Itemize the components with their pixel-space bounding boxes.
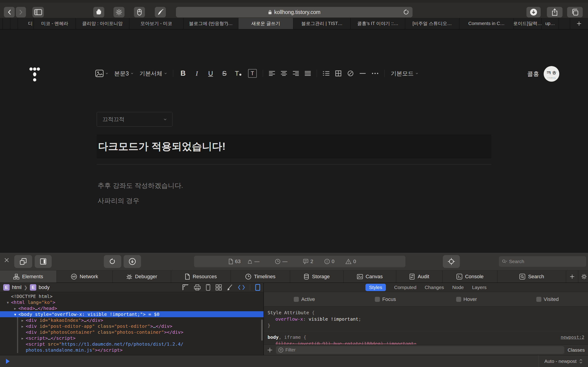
print-styles-button[interactable] [194, 284, 201, 291]
search-input[interactable] [509, 259, 583, 264]
text-color-button[interactable]: T [234, 70, 242, 77]
device-frame-button[interactable] [255, 284, 260, 291]
address-bar[interactable]: kollhong.tistory.com [176, 7, 413, 17]
dom-tree-row[interactable]: ▶<div id="kakaoIndex">…</div> [0, 317, 263, 323]
tab-overview-button[interactable] [567, 7, 583, 17]
browser-tab[interactable]: 콜홍's IT 이야기 ::… [351, 18, 405, 29]
browser-tab-sliver[interactable] [3, 18, 10, 29]
extension-mouse-button[interactable] [134, 7, 145, 17]
bold-button[interactable]: B [179, 69, 187, 77]
font-select[interactable]: 기본서체 [139, 70, 167, 77]
checkbox[interactable] [536, 297, 541, 302]
post-body-editor[interactable]: 추후 강좌도 작성하겠습니다. 사파리의 경우 [98, 178, 183, 208]
disclosure-triangle-icon[interactable]: ▶ [19, 323, 26, 329]
dom-tree-row[interactable]: <script src="https://t1.daumcdn.net/fp/p… [0, 341, 263, 347]
console-prompt-arrow[interactable] [6, 359, 10, 364]
align-left-button[interactable] [269, 71, 275, 76]
resource-status-bar[interactable]: 63 — — 2 0 [194, 256, 405, 267]
checkbox[interactable] [456, 297, 461, 302]
inspector-reload-button[interactable] [104, 255, 121, 268]
inspector-search-field[interactable] [499, 256, 586, 267]
paint-flashing-button[interactable] [227, 284, 233, 291]
list-button[interactable] [323, 71, 329, 76]
browser-tab[interactable]: 클리앙 : 아이포니앙 [76, 18, 129, 29]
close-inspector-button[interactable] [4, 258, 9, 263]
tab-styles[interactable]: Styles [365, 284, 386, 291]
browser-tab[interactable]: 미코 - 멘헤라 [34, 18, 76, 29]
browser-tab[interactable]: 블로그관리 | TIST… [293, 18, 351, 29]
disclosure-triangle-icon[interactable]: ▼ [12, 311, 18, 317]
tab-resources[interactable]: Resources [171, 270, 231, 283]
underline-button[interactable]: U [207, 70, 215, 77]
extension-unicorn-button[interactable] [155, 7, 166, 17]
compositing-borders-button[interactable] [216, 284, 222, 291]
dom-tree-row[interactable]: ▶<script>…</script> [0, 335, 263, 341]
sidebar-toggle-button[interactable] [32, 7, 44, 17]
tab-layers[interactable]: Layers [472, 285, 486, 290]
align-right-button[interactable] [293, 71, 299, 76]
filter-input[interactable] [285, 347, 562, 352]
inspector-settings-button[interactable] [578, 270, 588, 283]
extension-darkmode-button[interactable] [113, 7, 124, 17]
tab-network[interactable]: Network [57, 270, 112, 283]
dom-tree-row[interactable]: ▼<html lang="ko"> [0, 299, 263, 305]
browser-tab[interactable]: up… [542, 18, 559, 29]
tab-timelines[interactable]: Timelines [231, 270, 290, 283]
more-button[interactable] [372, 73, 379, 74]
browser-tab[interactable]: 블로그에 (반응형?)… [183, 18, 238, 29]
dom-tree-row[interactable]: ▶<div id="post-editor-app" class="post-e… [0, 323, 263, 329]
dom-tree-row[interactable]: ▶<head>…</head> [0, 305, 263, 311]
browser-tab-sliver[interactable] [0, 18, 3, 29]
checkbox[interactable] [375, 297, 380, 302]
align-justify-button[interactable] [305, 71, 311, 76]
category-select[interactable]: 끄적끄적 [97, 112, 173, 127]
tab-search[interactable]: Search [498, 270, 566, 283]
horizontal-rule-button[interactable] [360, 73, 366, 74]
forward-button[interactable] [16, 7, 26, 17]
element-picker-button[interactable] [443, 255, 460, 268]
highlight-button[interactable]: T [248, 69, 257, 78]
disclosure-triangle-icon[interactable]: ▼ [5, 300, 11, 306]
avatar[interactable]: ㅋㅎ © KollHong [544, 66, 559, 82]
table-button[interactable] [335, 70, 341, 76]
execution-context-select[interactable]: Auto - newpost [538, 355, 588, 367]
breadcrumb-body[interactable]: body [39, 284, 50, 290]
pseudo-hover-checkbox[interactable]: Hover [426, 296, 507, 302]
browser-tab[interactable]: Comments in C… [459, 18, 514, 29]
checkbox[interactable] [294, 297, 299, 302]
tab-canvas[interactable]: Canvas [344, 270, 396, 283]
insert-image-button[interactable] [95, 70, 108, 77]
browser-tab[interactable]: 모아보기 - 미코 [129, 18, 183, 29]
inspector-download-button[interactable] [124, 255, 141, 268]
pseudo-focus-checkbox[interactable]: Focus [345, 296, 426, 302]
pseudo-visited-checkbox[interactable]: Visited [507, 296, 588, 302]
css-rule-style-attribute[interactable]: Style Attribute { overflow-x: visible !i… [264, 307, 588, 331]
link-button[interactable] [347, 70, 354, 77]
new-tab-button[interactable] [570, 18, 588, 29]
device-settings-button[interactable] [206, 284, 210, 291]
rule-source-link[interactable]: newpost:2 [561, 334, 584, 340]
dom-tree-row[interactable]: <div id="photosContainer" class="photos-… [0, 329, 263, 335]
pseudo-active-checkbox[interactable]: Active [264, 296, 345, 302]
disclosure-triangle-icon[interactable]: ▶ [19, 335, 26, 341]
tab-computed[interactable]: Computed [394, 285, 416, 290]
downloads-button[interactable] [527, 7, 541, 17]
dom-tree-row[interactable]: <!DOCTYPE html> [0, 293, 263, 299]
show-source-button[interactable] [238, 285, 245, 290]
disclosure-triangle-icon[interactable]: ▶ [19, 317, 26, 323]
align-center-button[interactable] [281, 71, 287, 76]
dom-tree-row-selected[interactable]: ▼<body style="overflow-x: visible !impor… [0, 311, 263, 317]
filter-field[interactable] [276, 346, 564, 354]
tab-elements[interactable]: Elements [0, 270, 57, 283]
tab-node[interactable]: Node [452, 285, 464, 290]
browser-tab[interactable]: [비주얼 스튜디오… [405, 18, 459, 29]
browser-tab[interactable]: 디 [18, 18, 34, 29]
add-rule-button[interactable] [267, 347, 273, 353]
detach-inspector-button[interactable] [14, 255, 32, 268]
add-tab-button[interactable] [566, 270, 578, 283]
tab-debugger[interactable]: Debugger [112, 270, 171, 283]
browser-tab-active[interactable]: 새로운 글쓰기 [238, 18, 293, 29]
share-button[interactable] [547, 7, 562, 17]
editor-mode-select[interactable]: 기본모드 [391, 70, 418, 77]
back-button[interactable] [4, 7, 15, 17]
